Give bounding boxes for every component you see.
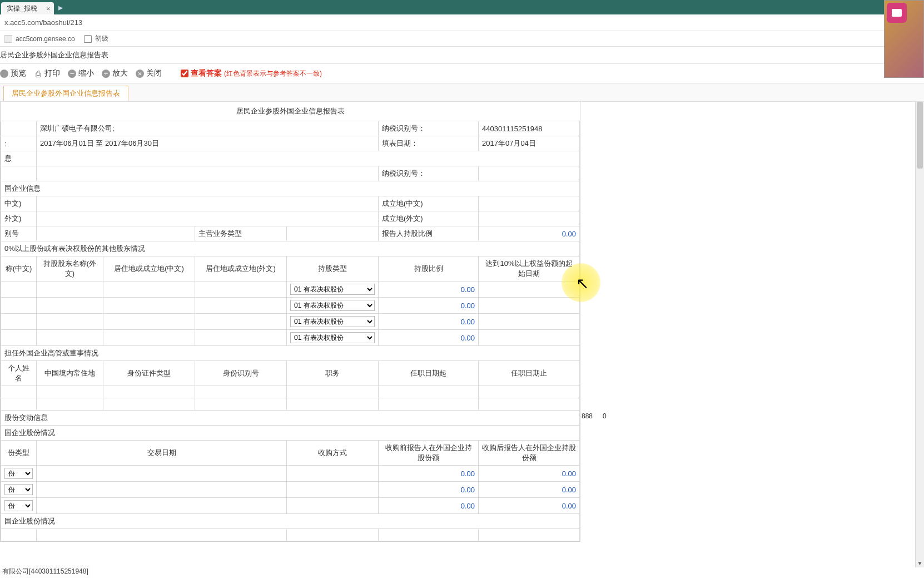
- input-cell[interactable]: [103, 386, 195, 398]
- value-cell[interactable]: 0.00: [479, 498, 580, 514]
- col-header: 身份识别号: [195, 361, 287, 386]
- input-cell[interactable]: [1, 281, 37, 298]
- input-cell[interactable]: [37, 330, 103, 346]
- input-cell[interactable]: [195, 281, 287, 298]
- input-cell[interactable]: [195, 298, 287, 314]
- value-cell[interactable]: 0.00: [479, 482, 580, 498]
- vertical-scrollbar[interactable]: ▲ ▼: [915, 102, 924, 567]
- input-cell[interactable]: [195, 398, 287, 411]
- input-cell[interactable]: [37, 314, 103, 330]
- type-select[interactable]: 份: [4, 468, 33, 479]
- input-cell[interactable]: [103, 330, 195, 346]
- value-cell[interactable]: 0.00: [379, 466, 479, 482]
- input-cell[interactable]: [287, 466, 379, 482]
- input-cell[interactable]: [37, 398, 103, 411]
- input-cell[interactable]: [37, 226, 195, 241]
- zoom-in-button[interactable]: 放大: [102, 68, 128, 78]
- input-cell[interactable]: [479, 314, 580, 330]
- input-cell[interactable]: [195, 330, 287, 346]
- input-cell[interactable]: [1, 529, 37, 541]
- input-cell[interactable]: [479, 298, 580, 314]
- sub-tab-active[interactable]: 居民企业参股外国企业信息报告表: [3, 86, 128, 101]
- input-cell[interactable]: [37, 298, 103, 314]
- print-button[interactable]: 打印: [34, 68, 60, 78]
- value-cell[interactable]: 0.00: [479, 466, 580, 482]
- input-cell[interactable]: [479, 166, 580, 181]
- input-cell[interactable]: [195, 386, 287, 398]
- input-cell[interactable]: [1, 330, 37, 346]
- scroll-down-button[interactable]: ▼: [916, 559, 924, 567]
- input-cell[interactable]: [1, 314, 37, 330]
- input-cell[interactable]: [379, 398, 479, 411]
- type-select[interactable]: 份: [4, 500, 33, 511]
- input-cell[interactable]: [479, 386, 580, 398]
- new-tab-button[interactable]: ▸: [54, 2, 67, 13]
- input-cell[interactable]: [287, 398, 379, 411]
- input-cell[interactable]: [37, 196, 379, 211]
- input-cell[interactable]: [37, 466, 287, 482]
- input-cell[interactable]: [287, 482, 379, 498]
- value-cell[interactable]: 0.00: [379, 498, 479, 514]
- type-select[interactable]: 份: [4, 484, 33, 495]
- value-cell[interactable]: 0.00: [379, 298, 479, 314]
- input-cell[interactable]: [379, 386, 479, 398]
- bookmark-item[interactable]: acc5com.gensee.co: [4, 35, 75, 43]
- scroll-thumb[interactable]: [917, 102, 923, 169]
- value-cell[interactable]: 0.00: [379, 482, 479, 498]
- input-cell[interactable]: [479, 529, 580, 541]
- input-cell[interactable]: [195, 314, 287, 330]
- input-cell[interactable]: [37, 498, 287, 514]
- input-cell[interactable]: [103, 398, 195, 411]
- col-header: 身份证件类型: [103, 361, 195, 386]
- share-type-select[interactable]: 01 有表决权股份: [290, 316, 375, 327]
- label-cell: 主营业务类型: [195, 226, 287, 241]
- input-cell[interactable]: [37, 529, 287, 541]
- share-type-select[interactable]: 01 有表决权股份: [290, 332, 375, 343]
- input-cell[interactable]: [37, 166, 379, 181]
- input-cell[interactable]: [479, 330, 580, 346]
- input-cell[interactable]: [1, 298, 37, 314]
- close-button[interactable]: 关闭: [136, 68, 162, 78]
- view-answer-toggle[interactable]: 查看答案 (红色背景表示与参考答案不一致): [181, 68, 322, 78]
- share-type-select[interactable]: 01 有表决权股份: [290, 300, 375, 311]
- value-cell[interactable]: 0.00: [379, 330, 479, 346]
- label-cell: 外文): [1, 211, 37, 226]
- address-bar[interactable]: x.acc5.com/baoshui/213: [0, 14, 924, 31]
- input-cell[interactable]: [103, 298, 195, 314]
- browser-tab[interactable]: 实操_报税 ×: [1, 2, 54, 14]
- value-cell[interactable]: 0.00: [379, 314, 479, 330]
- bookmark-item[interactable]: 初级: [84, 34, 108, 43]
- select-cell: 份: [1, 498, 37, 514]
- input-cell[interactable]: [379, 529, 479, 541]
- preview-button[interactable]: 预览: [0, 68, 26, 78]
- input-cell[interactable]: [287, 386, 379, 398]
- tab-title: 实操_报税: [7, 4, 37, 12]
- input-cell[interactable]: [287, 226, 379, 241]
- main-content: 居民企业参股外国企业信息报告表 深圳广硕电子有限公司; 纳税识别号： 44030…: [0, 102, 924, 567]
- input-cell[interactable]: [37, 211, 379, 226]
- input-cell[interactable]: [37, 386, 103, 398]
- input-cell[interactable]: [479, 398, 580, 411]
- input-cell[interactable]: [1, 386, 37, 398]
- video-overlay[interactable]: [884, 0, 924, 78]
- table-row: 份 0.00 0.00: [1, 498, 580, 514]
- input-cell[interactable]: [37, 281, 103, 298]
- section-header: 股份变动信息: [1, 411, 580, 426]
- input-cell[interactable]: [287, 498, 379, 514]
- input-cell[interactable]: [479, 281, 580, 298]
- input-cell[interactable]: [103, 281, 195, 298]
- value-cell[interactable]: 0.00: [479, 226, 580, 241]
- input-cell[interactable]: [37, 482, 287, 498]
- input-cell[interactable]: [287, 529, 379, 541]
- toolbar-label: 缩小: [78, 68, 94, 78]
- input-cell[interactable]: [479, 196, 580, 211]
- answer-checkbox[interactable]: [181, 70, 188, 77]
- input-cell[interactable]: [1, 398, 37, 411]
- share-type-select[interactable]: 01 有表决权股份: [290, 284, 375, 295]
- fill-date-cell: 2017年07月04日: [479, 136, 580, 151]
- value-cell[interactable]: 0.00: [379, 281, 479, 298]
- zoom-out-button[interactable]: 缩小: [68, 68, 94, 78]
- input-cell[interactable]: [103, 314, 195, 330]
- input-cell[interactable]: [479, 211, 580, 226]
- close-icon[interactable]: ×: [46, 4, 51, 13]
